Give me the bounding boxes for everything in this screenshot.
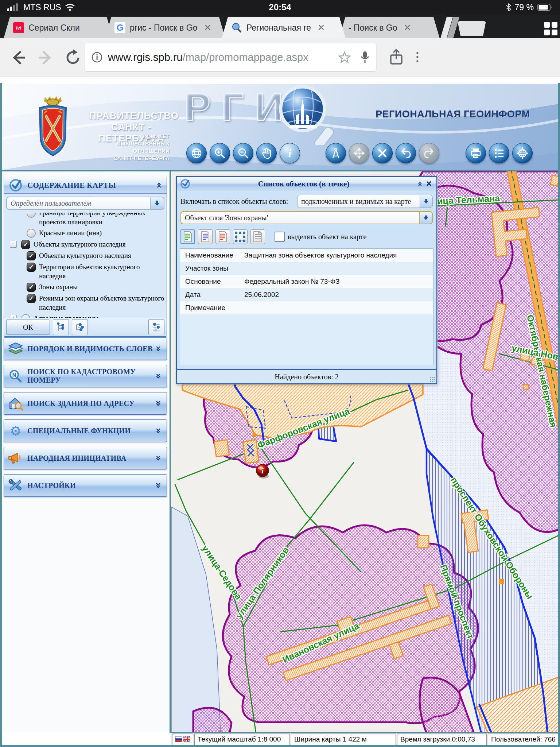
checkbox-checked[interactable]: ✓ [27,251,36,260]
clear-selection-button[interactable] [372,143,393,163]
report-red-button[interactable] [215,229,230,244]
tab-serial[interactable]: ivi Сериал Скли [4,17,113,38]
tab-close-icon[interactable]: ✕ [404,23,411,33]
collapse-dialog-icon[interactable]: » [415,181,424,186]
layer-item[interactable]: ✓ Режимы зон охраны объектов культурного… [5,294,165,312]
zoom-to-object-button[interactable] [233,229,248,244]
checkbox-checked[interactable]: ✓ [21,240,30,249]
bookmark-star-icon[interactable] [338,51,351,63]
layer-item[interactable]: ✓ Объекты культурного наследия [5,251,165,260]
measure-compass-button[interactable] [326,143,346,163]
map-contents-panel: СОДЕРЖАНИЕ КАРТЫ » Определён пользовател… [4,177,167,337]
uk-flag-icon [183,736,190,742]
collapse-panel-icon[interactable]: » [153,182,164,188]
tab-close-icon[interactable]: ✕ [204,23,211,33]
report-green-button[interactable] [180,229,195,244]
layer-group[interactable]: + Адресные программы [5,314,165,318]
expand-panel-icon[interactable]: » [153,427,164,434]
layer-item[interactable]: Красные линии (инв) [5,228,165,238]
checkbox-checked[interactable]: ✓ [27,283,36,292]
collapse-tree-button[interactable] [72,319,88,335]
voice-search-mic-icon[interactable] [360,51,370,64]
zoom-out-button[interactable] [233,143,253,163]
rgis-globe-magnifier-logo [273,85,343,145]
expand-panel-icon[interactable]: » [153,455,164,461]
ios-status-bar: MTS RUS 20:54 79 % [0,0,560,15]
zoom-in-button[interactable] [210,143,230,163]
highlight-object-checkbox[interactable] [275,232,285,242]
print-button[interactable] [466,143,486,163]
tab-search2[interactable]: - Поиск в Go ✕ [339,17,440,38]
map-contents-header[interactable]: СОДЕРЖАНИЕ КАРТЫ » [4,177,167,194]
expand-panel-icon[interactable]: » [153,482,164,488]
layer-profile-dropdown[interactable]: Определён пользователем [6,197,164,210]
checkbox-unchecked[interactable] [27,229,36,238]
expand-node-icon[interactable]: + [10,315,17,318]
url-field[interactable]: www.rgis.spb.ru/map/promomappage.aspx [85,43,376,71]
new-tab-button[interactable] [458,21,486,36]
panel-address-search[interactable]: ПОИСК ЗДАНИЯ ПО АДРЕСУ » [4,392,167,415]
expand-tree-button[interactable] [53,319,69,335]
results-count-label: Найдено объектов: 2 [275,373,339,381]
poi-orange-dot [252,433,257,437]
panel-settings[interactable]: НАСТРОЙКИ » [4,474,167,497]
ok-button[interactable]: ОК [6,320,50,335]
back-icon[interactable] [9,49,27,67]
tree-settings-button[interactable] [148,319,164,335]
expand-panel-icon[interactable]: » [153,400,164,406]
redo-button-disabled [419,143,439,163]
language-flags-cell[interactable] [172,734,193,745]
reload-icon[interactable] [64,49,82,67]
collapse-node-icon[interactable]: − [10,241,17,248]
table-row[interactable]: Дата 25.06.2002 [180,288,433,301]
panel-title: ПОИСК ПО КАДАСТРОВОМУ НОМЕРУ [27,368,155,384]
panel-public-initiative[interactable]: НАРОДНАЯ ИНИЦИАТИВА » [4,447,167,469]
legend-list-button[interactable] [489,143,509,163]
tab-regional-gis-active[interactable]: Региональная ге ✕ [222,17,346,38]
forward-icon[interactable] [36,49,55,67]
table-row[interactable]: Основание Федеральный закон № 73-ФЗ [180,275,433,288]
tab-close-icon[interactable]: ✕ [318,23,325,33]
locate-globe-button[interactable] [512,143,533,163]
dropdown-arrow-icon[interactable] [150,197,164,210]
load-time-cell: Время загрузки 0:00,73 [397,734,487,745]
share-icon[interactable] [387,48,405,66]
clock: 20:54 [0,2,560,12]
full-extent-globe-button[interactable] [186,143,207,163]
layer-item[interactable]: ✓ Территории объектов культурного наслед… [5,262,165,280]
checkbox-checked[interactable]: ✓ [27,294,36,303]
dropdown-arrow-icon[interactable] [419,211,433,224]
layer-object-dropdown[interactable]: Объект слоя 'Зоны охраны' [180,211,433,224]
table-row[interactable]: Примечание [180,301,433,314]
checkbox-unchecked[interactable] [27,213,36,218]
panel-layer-order[interactable]: ПОРЯДОК И ВИДИМОСТЬ СЛОЕВ » [4,337,167,360]
screen: MTS RUS 20:54 79 % ivi Сериал Скли [0,0,560,747]
checkbox-checked[interactable]: ✓ [27,263,36,272]
menu-kebab-icon[interactable]: ⋮ [411,49,424,64]
panel-cadastral-search[interactable]: N ПОИСК ПО КАДАСТРОВОМУ НОМЕРУ » [4,365,167,387]
table-row[interactable]: Участок зоны [180,262,433,275]
dialog-titlebar[interactable]: Список объектов (в точке) » ✕ [177,177,436,191]
checkbox-unchecked[interactable] [21,314,30,318]
undo-button[interactable] [396,143,416,163]
tab-rgis-search[interactable]: G ргис - Поиск в Go ✕ [105,17,225,38]
identify-info-button-active[interactable]: i [280,143,300,163]
layer-object-row: Объект слоя 'Зоны охраны' [180,211,433,224]
expand-panel-icon[interactable]: » [153,345,164,352]
pan-hand-button[interactable] [256,143,277,163]
expand-panel-icon[interactable]: » [153,373,164,379]
panel-special-functions[interactable]: ⚙ СПЕЦИАЛЬНЫЕ ФУНКЦИИ » [4,419,167,442]
object-card-button[interactable] [250,229,265,244]
include-layers-dropdown[interactable]: подключенных и видимых на карте [297,195,433,208]
layer-group[interactable]: − ✓ Объекты культурного наследия [5,240,165,249]
close-dialog-icon[interactable]: ✕ [425,179,432,189]
report-blue-button[interactable] [198,229,213,244]
move-button-disabled [349,143,369,163]
tab-switcher-icon[interactable] [544,22,557,35]
resize-grip[interactable] [429,376,435,382]
page-info-icon[interactable] [91,51,103,63]
layer-item[interactable]: Границы территорий утверждённых проектов… [5,213,165,227]
layer-item[interactable]: ✓ Зоны охраны [5,282,165,292]
dropdown-arrow-icon[interactable] [420,195,433,208]
table-row[interactable]: Наименование Защитная зона объектов куль… [180,249,433,262]
